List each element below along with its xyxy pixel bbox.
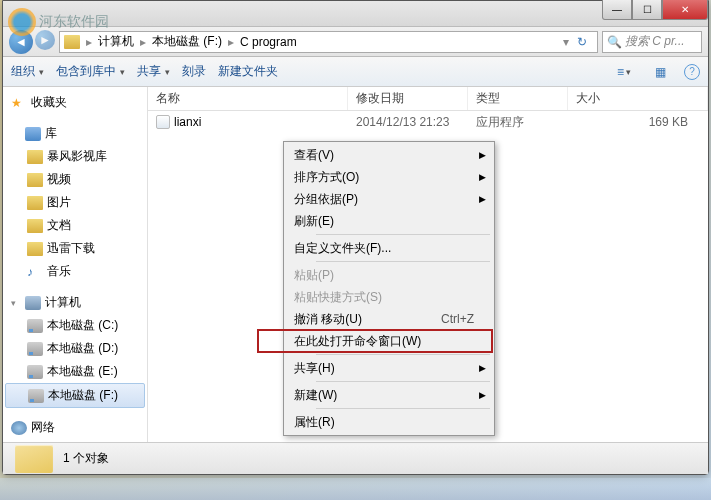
- preview-pane-button[interactable]: ▦: [648, 62, 672, 82]
- search-placeholder: 搜索 C pr...: [625, 33, 685, 50]
- star-icon: ★: [11, 96, 27, 110]
- drive-icon: [27, 342, 43, 356]
- cm-group[interactable]: 分组依据(P)▶: [258, 188, 492, 210]
- exe-icon: [156, 115, 170, 129]
- breadcrumb[interactable]: ▸ 计算机 ▸ 本地磁盘 (F:) ▸ C program ▾ ↻: [59, 31, 598, 53]
- sidebar-item-video[interactable]: 视频: [3, 168, 147, 191]
- breadcrumb-segment[interactable]: 本地磁盘 (F:): [148, 33, 226, 50]
- drive-icon: [27, 365, 43, 379]
- refresh-button[interactable]: ↻: [571, 35, 593, 49]
- documents-icon: [27, 219, 43, 233]
- breadcrumb-separator: ▸: [138, 35, 148, 49]
- column-size[interactable]: 大小: [568, 87, 708, 110]
- organize-button[interactable]: 组织: [11, 63, 44, 80]
- chevron-down-icon: ▾: [11, 298, 21, 308]
- submenu-arrow-icon: ▶: [479, 172, 486, 182]
- file-size: 169 KB: [568, 115, 708, 129]
- column-name[interactable]: 名称: [148, 87, 348, 110]
- explorer-window: — ☐ ✕ ◄ ► ▸ 计算机 ▸ 本地磁盘 (F:) ▸ C program …: [2, 0, 709, 475]
- context-menu: 查看(V)▶ 排序方式(O)▶ 分组依据(P)▶ 刷新(E) 自定义文件夹(F)…: [283, 141, 495, 436]
- status-bar: 1 个对象: [3, 442, 708, 474]
- file-date: 2014/12/13 21:23: [348, 115, 468, 129]
- burn-button[interactable]: 刻录: [182, 63, 206, 80]
- favorites-header[interactable]: ★ 收藏夹: [3, 91, 147, 114]
- sidebar-item-documents[interactable]: 文档: [3, 214, 147, 237]
- maximize-button[interactable]: ☐: [632, 0, 662, 20]
- close-button[interactable]: ✕: [662, 0, 708, 20]
- menu-separator: [316, 354, 490, 355]
- new-folder-button[interactable]: 新建文件夹: [218, 63, 278, 80]
- sidebar-drive-c[interactable]: 本地磁盘 (C:): [3, 314, 147, 337]
- cm-customize[interactable]: 自定义文件夹(F)...: [258, 237, 492, 259]
- submenu-arrow-icon: ▶: [479, 363, 486, 373]
- column-headers: 名称 修改日期 类型 大小: [148, 87, 708, 111]
- navigation-pane: ★ 收藏夹 库 暴风影视库 视频 图片 文档 迅雷下载 ♪音乐 ▾: [3, 87, 148, 442]
- taskbar: [0, 478, 711, 500]
- view-mode-button[interactable]: ≡: [612, 62, 636, 82]
- menu-separator: [316, 234, 490, 235]
- cm-open-cmd[interactable]: 在此处打开命令窗口(W): [258, 330, 492, 352]
- cm-sort[interactable]: 排序方式(O)▶: [258, 166, 492, 188]
- drive-icon: [28, 389, 44, 403]
- submenu-arrow-icon: ▶: [479, 390, 486, 400]
- search-icon: 🔍: [607, 35, 622, 49]
- file-type: 应用程序: [468, 114, 568, 131]
- cm-new[interactable]: 新建(W)▶: [258, 384, 492, 406]
- network-label: 网络: [31, 419, 55, 436]
- drive-icon: [27, 319, 43, 333]
- sidebar-item-xunlei[interactable]: 迅雷下载: [3, 237, 147, 260]
- watermark-logo-icon: [8, 8, 36, 36]
- download-icon: [27, 242, 43, 256]
- column-date[interactable]: 修改日期: [348, 87, 468, 110]
- sidebar-drive-f[interactable]: 本地磁盘 (F:): [5, 383, 145, 408]
- sidebar-drive-e[interactable]: 本地磁盘 (E:): [3, 360, 147, 383]
- share-button[interactable]: 共享: [137, 63, 170, 80]
- network-header[interactable]: 网络: [3, 416, 147, 439]
- video-icon: [27, 173, 43, 187]
- favorites-label: 收藏夹: [31, 94, 67, 111]
- computer-header[interactable]: ▾ 计算机: [3, 291, 147, 314]
- sidebar-item-music[interactable]: ♪音乐: [3, 260, 147, 283]
- library-icon: [25, 127, 41, 141]
- file-name: lianxi: [174, 115, 201, 129]
- breadcrumb-separator: ▸: [226, 35, 236, 49]
- pictures-icon: [27, 196, 43, 210]
- column-type[interactable]: 类型: [468, 87, 568, 110]
- cm-paste-shortcut: 粘贴快捷方式(S): [258, 286, 492, 308]
- sidebar-item-storm[interactable]: 暴风影视库: [3, 145, 147, 168]
- cm-share[interactable]: 共享(H)▶: [258, 357, 492, 379]
- sidebar-drive-d[interactable]: 本地磁盘 (D:): [3, 337, 147, 360]
- watermark: 河东软件园: [8, 8, 128, 38]
- computer-icon: [25, 296, 41, 310]
- sidebar-item-pictures[interactable]: 图片: [3, 191, 147, 214]
- menu-separator: [316, 408, 490, 409]
- minimize-button[interactable]: —: [602, 0, 632, 20]
- submenu-arrow-icon: ▶: [479, 150, 486, 160]
- music-icon: ♪: [27, 265, 43, 279]
- cm-properties[interactable]: 属性(R): [258, 411, 492, 433]
- menu-separator: [316, 261, 490, 262]
- cm-view[interactable]: 查看(V)▶: [258, 144, 492, 166]
- cm-refresh[interactable]: 刷新(E): [258, 210, 492, 232]
- breadcrumb-segment[interactable]: C program: [236, 35, 301, 49]
- submenu-arrow-icon: ▶: [479, 194, 486, 204]
- computer-label: 计算机: [45, 294, 81, 311]
- cm-undo[interactable]: 撤消 移动(U)Ctrl+Z: [258, 308, 492, 330]
- network-icon: [11, 421, 27, 435]
- include-library-button[interactable]: 包含到库中: [56, 63, 125, 80]
- folder-large-icon: [15, 445, 53, 473]
- help-button[interactable]: ?: [684, 64, 700, 80]
- file-row[interactable]: lianxi 2014/12/13 21:23 应用程序 169 KB: [148, 111, 708, 133]
- libraries-label: 库: [45, 125, 57, 142]
- status-count: 1 个对象: [63, 450, 109, 467]
- toolbar: 组织 包含到库中 共享 刻录 新建文件夹 ≡ ▦ ?: [3, 57, 708, 87]
- search-input[interactable]: 🔍 搜索 C pr...: [602, 31, 702, 53]
- cm-paste: 粘贴(P): [258, 264, 492, 286]
- shortcut-text: Ctrl+Z: [441, 312, 474, 326]
- watermark-text: 河东软件园: [39, 13, 109, 29]
- libraries-header[interactable]: 库: [3, 122, 147, 145]
- menu-separator: [316, 381, 490, 382]
- folder-icon: [27, 150, 43, 164]
